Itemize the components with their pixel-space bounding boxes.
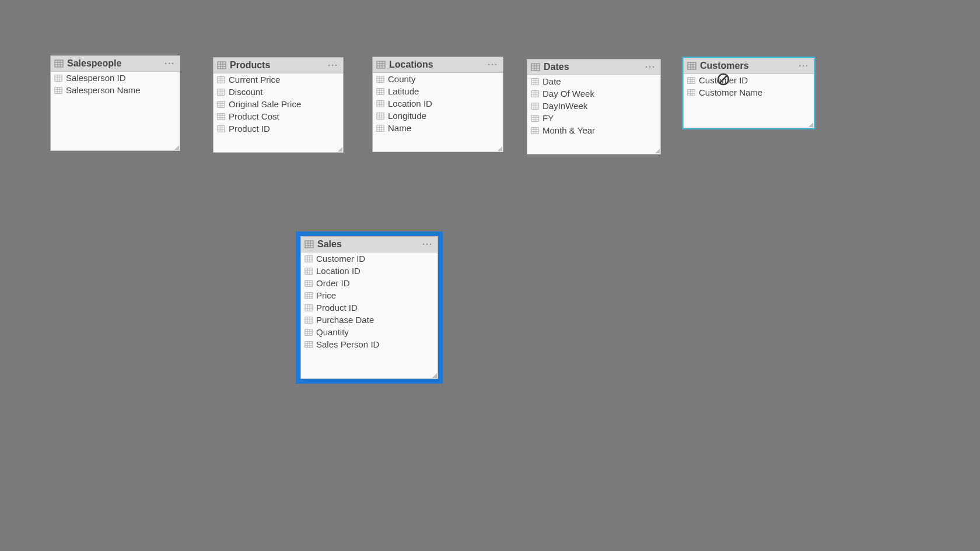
field-label: Product ID bbox=[316, 303, 358, 313]
field-row[interactable]: Discount bbox=[214, 86, 343, 98]
svg-rect-140 bbox=[305, 292, 312, 299]
field-row[interactable]: Customer Name bbox=[684, 86, 814, 99]
field-label: Discount bbox=[229, 87, 262, 97]
svg-rect-70 bbox=[377, 125, 384, 131]
field-row[interactable]: Longitude bbox=[373, 110, 503, 122]
table-fields-products[interactable]: Current PriceDiscountOriginal Sale Price… bbox=[214, 73, 343, 153]
column-icon bbox=[376, 87, 384, 96]
field-row[interactable]: Salesperson ID bbox=[51, 72, 180, 84]
field-row[interactable]: Current Price bbox=[214, 73, 343, 86]
table-menu-button[interactable]: ··· bbox=[421, 240, 434, 249]
field-row[interactable]: Day Of Week bbox=[527, 87, 660, 100]
svg-rect-55 bbox=[377, 88, 384, 94]
table-fields-locations[interactable]: CountyLatitudeLocation IDLongitudeName bbox=[373, 73, 503, 152]
table-icon bbox=[54, 59, 64, 68]
table-customers[interactable]: Customers···Customer IDCustomer Name bbox=[683, 58, 814, 128]
field-row[interactable]: Product ID bbox=[214, 122, 343, 135]
column-icon bbox=[304, 292, 313, 300]
resize-handle[interactable] bbox=[808, 122, 814, 128]
svg-rect-80 bbox=[531, 78, 538, 85]
svg-rect-120 bbox=[305, 241, 313, 248]
field-label: Original Sale Price bbox=[229, 99, 301, 109]
field-row[interactable]: Purchase Date bbox=[301, 314, 438, 326]
svg-rect-160 bbox=[305, 341, 312, 348]
field-label: Day Of Week bbox=[542, 89, 594, 99]
field-label: Location ID bbox=[316, 266, 360, 276]
field-row[interactable]: Name bbox=[373, 122, 503, 134]
model-canvas[interactable]: Salespeople···Salesperson IDSalesperson … bbox=[0, 0, 980, 551]
field-row[interactable]: Customer ID bbox=[684, 74, 814, 86]
table-title: Products bbox=[230, 60, 270, 71]
column-icon bbox=[304, 304, 313, 312]
table-fields-sales[interactable]: Customer IDLocation IDOrder IDPriceProdu… bbox=[301, 252, 438, 379]
svg-rect-25 bbox=[218, 89, 225, 95]
svg-rect-110 bbox=[688, 77, 695, 83]
svg-rect-35 bbox=[218, 113, 225, 120]
table-salespeople[interactable]: Salespeople···Salesperson IDSalesperson … bbox=[50, 55, 180, 151]
field-row[interactable]: Original Sale Price bbox=[214, 98, 343, 110]
table-header-customers[interactable]: Customers··· bbox=[684, 58, 814, 74]
table-title: Salespeople bbox=[67, 58, 121, 69]
table-sales[interactable]: Sales···Customer IDLocation IDOrder IDPr… bbox=[300, 236, 438, 379]
resize-handle[interactable] bbox=[174, 145, 180, 150]
table-fields-salespeople[interactable]: Salesperson IDSalesperson Name bbox=[51, 72, 180, 151]
table-title: Locations bbox=[389, 59, 433, 70]
table-fields-customers[interactable]: Customer IDCustomer Name bbox=[684, 74, 814, 128]
table-menu-button[interactable]: ··· bbox=[644, 62, 657, 72]
field-row[interactable]: Latitude bbox=[373, 85, 503, 97]
svg-rect-130 bbox=[305, 268, 312, 274]
field-row[interactable]: Product Cost bbox=[214, 110, 343, 122]
table-header-dates[interactable]: Dates··· bbox=[527, 59, 660, 75]
table-header-locations[interactable]: Locations··· bbox=[373, 57, 503, 73]
svg-rect-5 bbox=[55, 75, 62, 81]
table-locations[interactable]: Locations···CountyLatitudeLocation IDLon… bbox=[372, 57, 503, 152]
field-row[interactable]: Customer ID bbox=[301, 252, 438, 265]
column-icon bbox=[687, 76, 695, 85]
field-row[interactable]: Location ID bbox=[301, 265, 438, 277]
svg-rect-150 bbox=[305, 317, 312, 323]
column-icon bbox=[217, 76, 225, 84]
table-header-sales[interactable]: Sales··· bbox=[301, 237, 438, 252]
table-title: Dates bbox=[544, 62, 569, 72]
field-row[interactable]: Order ID bbox=[301, 277, 438, 289]
resize-handle[interactable] bbox=[337, 146, 343, 152]
field-row[interactable]: Date bbox=[527, 75, 660, 87]
field-row[interactable]: County bbox=[373, 73, 503, 85]
table-header-products[interactable]: Products··· bbox=[214, 58, 343, 73]
field-row[interactable]: Sales Person ID bbox=[301, 338, 438, 350]
resize-handle[interactable] bbox=[497, 146, 503, 152]
table-fields-dates[interactable]: DateDay Of WeekDayInWeekFYMonth & Year bbox=[527, 75, 660, 155]
column-icon bbox=[217, 113, 225, 121]
svg-rect-30 bbox=[218, 101, 225, 107]
table-products[interactable]: Products···Current PriceDiscountOriginal… bbox=[213, 57, 344, 153]
field-label: Product Cost bbox=[229, 111, 279, 121]
table-dates[interactable]: Dates···DateDay Of WeekDayInWeekFYMonth … bbox=[527, 59, 661, 155]
table-header-salespeople[interactable]: Salespeople··· bbox=[51, 56, 180, 72]
svg-rect-75 bbox=[531, 64, 540, 71]
table-menu-button[interactable]: ··· bbox=[797, 61, 810, 71]
svg-rect-90 bbox=[531, 103, 538, 109]
field-row[interactable]: DayInWeek bbox=[527, 100, 660, 112]
field-label: Customer ID bbox=[316, 254, 365, 264]
column-icon bbox=[304, 255, 313, 263]
svg-rect-45 bbox=[377, 61, 385, 68]
column-icon bbox=[531, 127, 539, 135]
table-menu-button[interactable]: ··· bbox=[327, 61, 340, 70]
table-menu-button[interactable]: ··· bbox=[163, 59, 176, 68]
field-row[interactable]: Month & Year bbox=[527, 124, 660, 136]
resize-handle[interactable] bbox=[654, 148, 660, 154]
svg-rect-125 bbox=[305, 255, 312, 262]
resize-handle[interactable] bbox=[432, 373, 438, 378]
table-icon bbox=[217, 61, 226, 70]
svg-rect-115 bbox=[688, 89, 695, 96]
table-menu-button[interactable]: ··· bbox=[487, 60, 499, 69]
field-row[interactable]: FY bbox=[527, 112, 660, 124]
field-label: Order ID bbox=[316, 278, 350, 288]
field-row[interactable]: Product ID bbox=[301, 301, 438, 314]
table-icon bbox=[304, 240, 314, 249]
svg-rect-95 bbox=[531, 115, 538, 121]
field-row[interactable]: Price bbox=[301, 289, 438, 301]
field-row[interactable]: Location ID bbox=[373, 97, 503, 110]
field-row[interactable]: Quantity bbox=[301, 326, 438, 338]
field-row[interactable]: Salesperson Name bbox=[51, 84, 180, 96]
